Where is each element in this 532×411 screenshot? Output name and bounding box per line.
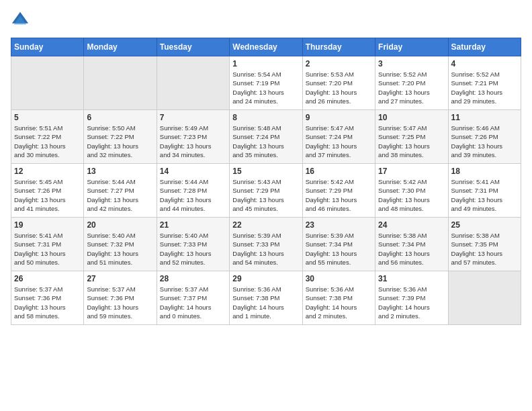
calendar-cell: 20Sunrise: 5:40 AM Sunset: 7:32 PM Dayli… [84,218,157,271]
page-header [11,11,521,30]
day-info: Sunrise: 5:42 AM Sunset: 7:29 PM Dayligh… [306,177,372,213]
calendar-header: SundayMondayTuesdayWednesdayThursdayFrid… [11,38,521,56]
day-info: Sunrise: 5:42 AM Sunset: 7:30 PM Dayligh… [378,177,445,213]
day-number: 5 [14,113,81,122]
day-number: 12 [14,167,81,176]
day-info: Sunrise: 5:44 AM Sunset: 7:28 PM Dayligh… [160,177,226,213]
calendar-cell [84,56,157,110]
calendar-cell: 7Sunrise: 5:49 AM Sunset: 7:23 PM Daylig… [157,110,229,164]
day-number: 27 [87,274,153,283]
calendar-cell: 12Sunrise: 5:45 AM Sunset: 7:26 PM Dayli… [11,164,84,218]
day-number: 13 [87,167,153,176]
day-info: Sunrise: 5:37 AM Sunset: 7:36 PM Dayligh… [87,285,153,320]
header-day: Tuesday [157,38,229,56]
calendar-cell: 11Sunrise: 5:46 AM Sunset: 7:26 PM Dayli… [448,110,521,164]
day-number: 1 [232,59,299,68]
day-number: 4 [451,59,518,68]
day-info: Sunrise: 5:38 AM Sunset: 7:35 PM Dayligh… [451,231,518,267]
calendar-cell: 30Sunrise: 5:36 AM Sunset: 7:38 PM Dayli… [302,271,375,325]
day-info: Sunrise: 5:54 AM Sunset: 7:19 PM Dayligh… [232,70,299,105]
day-info: Sunrise: 5:50 AM Sunset: 7:22 PM Dayligh… [87,124,153,159]
day-info: Sunrise: 5:51 AM Sunset: 7:22 PM Dayligh… [14,124,81,159]
day-number: 25 [451,220,518,230]
calendar-week-row: 19Sunrise: 5:41 AM Sunset: 7:31 PM Dayli… [11,218,521,271]
calendar-cell: 25Sunrise: 5:38 AM Sunset: 7:35 PM Dayli… [448,218,521,271]
day-number: 14 [160,167,226,176]
calendar-cell: 23Sunrise: 5:39 AM Sunset: 7:34 PM Dayli… [302,218,375,271]
day-number: 24 [378,220,445,230]
calendar-cell: 28Sunrise: 5:37 AM Sunset: 7:37 PM Dayli… [157,271,229,325]
day-info: Sunrise: 5:40 AM Sunset: 7:32 PM Dayligh… [87,231,153,267]
calendar-table: SundayMondayTuesdayWednesdayThursdayFrid… [11,38,521,325]
day-info: Sunrise: 5:53 AM Sunset: 7:20 PM Dayligh… [306,70,372,105]
day-info: Sunrise: 5:37 AM Sunset: 7:37 PM Dayligh… [160,285,226,320]
calendar-cell: 21Sunrise: 5:40 AM Sunset: 7:33 PM Dayli… [157,218,229,271]
calendar-week-row: 5Sunrise: 5:51 AM Sunset: 7:22 PM Daylig… [11,110,521,164]
calendar-cell: 15Sunrise: 5:43 AM Sunset: 7:29 PM Dayli… [230,164,302,218]
calendar-cell: 19Sunrise: 5:41 AM Sunset: 7:31 PM Dayli… [11,218,84,271]
calendar-week-row: 26Sunrise: 5:37 AM Sunset: 7:36 PM Dayli… [11,271,521,325]
calendar-cell [11,56,84,110]
calendar-cell [157,56,229,110]
day-number: 7 [160,113,226,122]
calendar-week-row: 1Sunrise: 5:54 AM Sunset: 7:19 PM Daylig… [11,56,521,110]
logo-icon [11,11,30,30]
calendar-cell: 1Sunrise: 5:54 AM Sunset: 7:19 PM Daylig… [230,56,302,110]
day-info: Sunrise: 5:48 AM Sunset: 7:24 PM Dayligh… [232,124,299,159]
day-info: Sunrise: 5:52 AM Sunset: 7:20 PM Dayligh… [378,70,445,105]
calendar-cell [448,271,521,325]
day-number: 18 [451,167,518,176]
day-info: Sunrise: 5:49 AM Sunset: 7:23 PM Dayligh… [160,124,226,159]
day-info: Sunrise: 5:36 AM Sunset: 7:39 PM Dayligh… [378,285,445,320]
day-number: 23 [306,220,372,230]
day-number: 28 [160,274,226,283]
logo [11,11,32,30]
day-number: 30 [306,274,372,283]
day-number: 21 [160,220,226,230]
day-number: 26 [14,274,81,283]
day-number: 22 [232,220,299,230]
calendar-cell: 14Sunrise: 5:44 AM Sunset: 7:28 PM Dayli… [157,164,229,218]
day-number: 17 [378,167,445,176]
day-info: Sunrise: 5:36 AM Sunset: 7:38 PM Dayligh… [306,285,372,320]
day-number: 6 [87,113,153,122]
day-number: 16 [306,167,372,176]
calendar-cell: 6Sunrise: 5:50 AM Sunset: 7:22 PM Daylig… [84,110,157,164]
header-day: Sunday [11,38,84,56]
day-info: Sunrise: 5:41 AM Sunset: 7:31 PM Dayligh… [451,177,518,213]
day-info: Sunrise: 5:40 AM Sunset: 7:33 PM Dayligh… [160,231,226,267]
calendar-cell: 8Sunrise: 5:48 AM Sunset: 7:24 PM Daylig… [230,110,302,164]
calendar-cell: 29Sunrise: 5:36 AM Sunset: 7:38 PM Dayli… [230,271,302,325]
calendar-cell: 17Sunrise: 5:42 AM Sunset: 7:30 PM Dayli… [375,164,448,218]
calendar-cell: 22Sunrise: 5:39 AM Sunset: 7:33 PM Dayli… [230,218,302,271]
day-info: Sunrise: 5:44 AM Sunset: 7:27 PM Dayligh… [87,177,153,213]
calendar-cell: 2Sunrise: 5:53 AM Sunset: 7:20 PM Daylig… [302,56,375,110]
day-info: Sunrise: 5:39 AM Sunset: 7:34 PM Dayligh… [306,231,372,267]
calendar-week-row: 12Sunrise: 5:45 AM Sunset: 7:26 PM Dayli… [11,164,521,218]
day-info: Sunrise: 5:47 AM Sunset: 7:24 PM Dayligh… [306,124,372,159]
calendar-cell: 31Sunrise: 5:36 AM Sunset: 7:39 PM Dayli… [375,271,448,325]
day-info: Sunrise: 5:52 AM Sunset: 7:21 PM Dayligh… [451,70,518,105]
day-info: Sunrise: 5:36 AM Sunset: 7:38 PM Dayligh… [232,285,299,320]
day-info: Sunrise: 5:39 AM Sunset: 7:33 PM Dayligh… [232,231,299,267]
day-number: 20 [87,220,153,230]
day-number: 3 [378,59,445,68]
header-row: SundayMondayTuesdayWednesdayThursdayFrid… [11,38,521,56]
day-number: 8 [232,113,299,122]
day-info: Sunrise: 5:38 AM Sunset: 7:34 PM Dayligh… [378,231,445,267]
calendar-cell: 26Sunrise: 5:37 AM Sunset: 7:36 PM Dayli… [11,271,84,325]
header-day: Saturday [448,38,521,56]
day-info: Sunrise: 5:37 AM Sunset: 7:36 PM Dayligh… [14,285,81,320]
day-number: 2 [306,59,372,68]
day-info: Sunrise: 5:43 AM Sunset: 7:29 PM Dayligh… [232,177,299,213]
calendar-cell: 10Sunrise: 5:47 AM Sunset: 7:25 PM Dayli… [375,110,448,164]
header-day: Thursday [302,38,375,56]
calendar-cell: 5Sunrise: 5:51 AM Sunset: 7:22 PM Daylig… [11,110,84,164]
day-info: Sunrise: 5:45 AM Sunset: 7:26 PM Dayligh… [14,177,81,213]
day-info: Sunrise: 5:46 AM Sunset: 7:26 PM Dayligh… [451,124,518,159]
day-number: 19 [14,220,81,230]
calendar-cell: 16Sunrise: 5:42 AM Sunset: 7:29 PM Dayli… [302,164,375,218]
header-day: Wednesday [230,38,302,56]
day-number: 9 [306,113,372,122]
day-info: Sunrise: 5:41 AM Sunset: 7:31 PM Dayligh… [14,231,81,267]
